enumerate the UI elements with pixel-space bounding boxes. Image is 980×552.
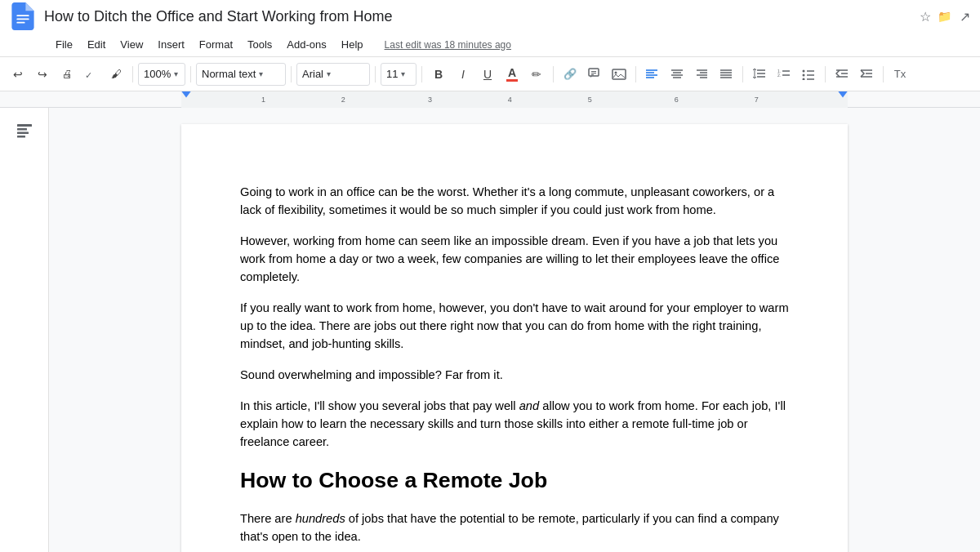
sep2: [190, 66, 191, 82]
link-button[interactable]: 🔗: [559, 63, 581, 86]
sep7: [635, 66, 636, 82]
star-icon[interactable]: ☆: [920, 9, 931, 24]
sep8: [742, 66, 743, 82]
svg-rect-2: [16, 22, 24, 24]
menu-insert[interactable]: Insert: [151, 35, 191, 54]
ruler-right-indent[interactable]: [838, 91, 848, 98]
zoom-dropdown[interactable]: 100% ▾: [138, 63, 185, 86]
paragraph-2: However, working from home can seem like…: [240, 232, 789, 286]
style-chevron: ▾: [259, 69, 263, 78]
size-value: 11: [386, 68, 398, 80]
doc-area: Going to work in an office can be the wo…: [0, 108, 980, 552]
svg-rect-46: [17, 128, 27, 131]
section-heading: How to Choose a Remote Job: [240, 464, 789, 496]
sep9: [825, 66, 826, 82]
align-center-icon: [670, 69, 684, 80]
italic-hundreds: hundreds: [296, 512, 345, 525]
paint-format-button[interactable]: 🖌: [105, 63, 127, 86]
line-spacing-button[interactable]: [748, 63, 771, 86]
ruler-num-1: 1: [261, 96, 265, 104]
numbered-list-button[interactable]: 1. 2.: [773, 63, 795, 86]
ruler: 1 2 3 4 5 6 7: [181, 91, 848, 108]
svg-rect-47: [17, 132, 29, 135]
menu-view[interactable]: View: [114, 35, 149, 54]
ruler-area: 1 2 3 4 5 6 7: [0, 91, 980, 108]
zoom-value: 100%: [144, 68, 171, 80]
image-button[interactable]: [608, 63, 630, 86]
menu-addons[interactable]: Add-ons: [280, 35, 332, 54]
ruler-num-4: 4: [508, 96, 512, 104]
ruler-num-3: 3: [428, 96, 432, 104]
paragraph-4: Sound overwhelming and impossible? Far f…: [240, 366, 789, 384]
comment-button[interactable]: [583, 63, 606, 86]
ruler-left-indent[interactable]: [181, 91, 191, 98]
style-dropdown[interactable]: Normal text ▾: [196, 63, 286, 86]
size-chevron: ▾: [401, 69, 405, 78]
svg-point-33: [803, 69, 805, 72]
sep4: [375, 66, 376, 82]
align-justify-button[interactable]: [715, 63, 737, 86]
svg-rect-48: [17, 136, 25, 138]
ruler-container: 1 2 3 4 5 6 7: [49, 91, 980, 107]
style-value: Normal text: [202, 68, 256, 80]
numbered-list-icon: 1. 2.: [777, 69, 791, 80]
highlight-icon: ✏: [532, 68, 541, 81]
sidebar-panel: [0, 108, 49, 552]
menu-format[interactable]: Format: [193, 35, 239, 54]
italic-button[interactable]: I: [452, 63, 474, 86]
bullet-list-icon: [802, 69, 815, 80]
menu-help[interactable]: Help: [335, 35, 370, 54]
folder-icon[interactable]: 📁: [938, 10, 951, 23]
print-button[interactable]: 🖨: [56, 63, 78, 86]
doc-title: How to Ditch the Office and Start Workin…: [44, 8, 905, 25]
clear-format-button[interactable]: Tx: [889, 63, 911, 86]
bullet-list-button[interactable]: [797, 63, 820, 86]
outline-icon[interactable]: [10, 116, 39, 145]
redo-button[interactable]: ↪: [31, 63, 54, 86]
paragraph-3: If you really want to work from home, ho…: [240, 299, 789, 353]
indent-increase-icon: [860, 69, 873, 80]
bold-button[interactable]: B: [427, 63, 450, 86]
menu-edit[interactable]: Edit: [81, 35, 112, 54]
ruler-num-5: 5: [588, 96, 592, 104]
indent-increase-button[interactable]: [855, 63, 878, 86]
size-dropdown[interactable]: 11 ▾: [381, 63, 416, 86]
menu-tools[interactable]: Tools: [241, 35, 278, 54]
document-page[interactable]: Going to work in an office can be the wo…: [181, 124, 848, 552]
font-dropdown[interactable]: Arial ▾: [296, 63, 370, 86]
svg-rect-1: [16, 19, 29, 20]
ruler-num-6: 6: [675, 96, 679, 104]
text-color-button[interactable]: A: [501, 63, 523, 86]
last-edit-info[interactable]: Last edit was 18 minutes ago: [385, 39, 511, 51]
sep6: [553, 66, 554, 82]
sep5: [421, 66, 422, 82]
spellcheck-button[interactable]: ✓: [80, 63, 103, 86]
svg-text:✓: ✓: [85, 70, 92, 80]
align-left-icon: [646, 69, 659, 80]
align-right-button[interactable]: [690, 63, 713, 86]
highlight-color-button[interactable]: ✏: [525, 63, 548, 86]
toolbar: ↩ ↪ 🖨 ✓ 🖌 100% ▾ Normal text ▾ Arial ▾ 1…: [0, 57, 980, 91]
doc-icon: [10, 0, 36, 33]
paragraph-6: There are hundreds of jobs that have the…: [240, 510, 789, 545]
link-icon: 🔗: [564, 68, 577, 80]
align-justify-icon: [719, 69, 733, 80]
text-color-icon: A: [506, 67, 518, 82]
title-actions: ☆ 📁: [920, 9, 951, 24]
indent-decrease-button[interactable]: [831, 63, 853, 86]
menu-bar: File Edit View Insert Format Tools Add-o…: [0, 33, 980, 57]
sep10: [883, 66, 884, 82]
align-center-button[interactable]: [666, 63, 688, 86]
svg-text:2.: 2.: [777, 72, 781, 77]
menu-file[interactable]: File: [49, 35, 79, 54]
top-right-icon[interactable]: ↗: [960, 9, 970, 24]
doc-scroll-area[interactable]: Going to work in an office can be the wo…: [49, 108, 980, 552]
ruler-num-2: 2: [341, 96, 345, 104]
svg-rect-45: [17, 124, 32, 127]
underline-button[interactable]: U: [476, 63, 499, 86]
svg-point-34: [803, 73, 805, 76]
undo-button[interactable]: ↩: [7, 63, 29, 86]
svg-rect-0: [16, 15, 29, 16]
align-left-button[interactable]: [641, 63, 664, 86]
clear-format-icon: Tx: [894, 68, 906, 80]
